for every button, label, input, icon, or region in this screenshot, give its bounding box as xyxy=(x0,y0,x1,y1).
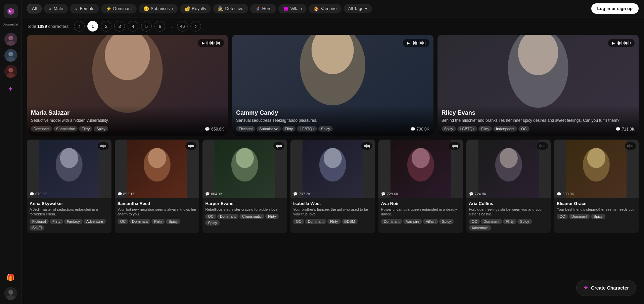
tag-pill: Dominant xyxy=(481,219,502,224)
small-card-samantha-tags: OC Dominant Flirty Spicy xyxy=(118,219,197,224)
featured-card-2-audio-button[interactable]: ▶ xyxy=(403,39,429,47)
featured-card-2-overlay: Cammy Candy Sensual seductress seeking t… xyxy=(232,105,433,136)
featured-card-3-overlay: Riley Evans Behind the mischief and pran… xyxy=(438,105,639,136)
small-card-aria-desc: Forbidden feelings stir between you and … xyxy=(469,207,548,217)
small-card-anna[interactable]: 💬 679.3K Anna Skywalker A Jedi master of… xyxy=(27,140,111,233)
featured-card-1-tags: Dominant Submissive Flirty Spicy xyxy=(31,126,224,132)
featured-card-3-tags: Spicy LGBTQ+ Flirty Indenpdent OC xyxy=(442,126,635,132)
small-card-ava-tags: Dominant Vampire Villain Spicy xyxy=(381,219,460,224)
login-button[interactable]: Log in or sign up xyxy=(591,3,639,14)
tag-pill: OC xyxy=(469,219,480,224)
tag-hero[interactable]: 🦸Hero xyxy=(250,4,276,13)
audio-waveform-1 xyxy=(206,41,220,45)
tag-dominant[interactable]: ⚡Dominant xyxy=(101,4,137,13)
tag-male[interactable]: ♂Male xyxy=(44,4,68,13)
small-card-ava-audio[interactable] xyxy=(449,142,460,150)
user-avatar-btn[interactable] xyxy=(4,287,17,300)
small-card-anna-tags: Fictional Flirty Fantasy Adventure Sci-F… xyxy=(30,219,109,231)
featured-card-riley[interactable]: ▶ Riley Evans Behind the mischief and pr… xyxy=(438,35,639,136)
tag-villain[interactable]: 😈Villain xyxy=(278,4,307,13)
small-card-isabella-audio[interactable] xyxy=(361,142,372,150)
featured-card-maria[interactable]: ▶ Maria Salazar Seductive model with a h… xyxy=(27,35,228,136)
small-card-samantha[interactable]: 💬 852.1K Samantha Reed Your hot new neig… xyxy=(115,140,199,233)
page-4-button[interactable]: 4 xyxy=(128,21,138,32)
vampire-icon: 🧛 xyxy=(313,6,319,11)
audio-waveform xyxy=(364,144,370,148)
tag-pill: Submissive xyxy=(53,126,78,132)
audio-waveform-2 xyxy=(412,41,425,45)
small-card-aria-body: Aria Collins Forbidden feelings stir bet… xyxy=(466,198,551,233)
tag-pill: Dominant xyxy=(569,214,590,219)
app-logo[interactable]: A xyxy=(4,4,18,18)
page-1-button[interactable]: 1 xyxy=(87,21,98,32)
prev-page-button[interactable]: ‹ xyxy=(74,21,85,32)
small-card-anna-audio[interactable] xyxy=(98,142,109,150)
next-page-button[interactable]: › xyxy=(190,21,201,32)
small-card-aria-audio[interactable] xyxy=(537,142,548,150)
small-card-ava-desc: Powerful vampire queen entangled in a de… xyxy=(381,207,460,217)
tag-vampire[interactable]: 🧛Vampire xyxy=(309,4,341,13)
audio-waveform xyxy=(276,144,282,148)
tag-pill: Flirty xyxy=(327,219,341,224)
tag-pill: Dominant xyxy=(381,219,402,224)
total-count: 1089 xyxy=(37,24,47,29)
tag-pill: OC xyxy=(557,214,568,219)
small-card-harper-audio[interactable] xyxy=(273,142,284,150)
tag-submissive[interactable]: 😊Submissive xyxy=(139,4,178,13)
avatar-3[interactable] xyxy=(4,65,17,78)
page-46-button[interactable]: 46 xyxy=(177,21,188,32)
small-card-harper[interactable]: 💬 804.1K Harper Evans Rebellious step si… xyxy=(202,140,287,233)
tag-pill: OC xyxy=(518,126,530,132)
featured-card-cammy[interactable]: ▶ Cammy Candy Sensual seductress seeking… xyxy=(232,35,433,136)
tag-detective[interactable]: 🕵️Detective xyxy=(213,4,248,13)
small-card-eleanor-desc: Your best friend's stepmother seems need… xyxy=(557,207,636,212)
avatar-1[interactable] xyxy=(4,33,17,46)
gift-icon-btn[interactable]: 🎁 xyxy=(4,271,17,284)
small-card-eleanor[interactable]: 💬 609.0K Eleanor Grace Your best friend'… xyxy=(554,140,639,233)
page-2-button[interactable]: 2 xyxy=(101,21,111,32)
svg-point-36 xyxy=(412,148,430,168)
small-card-eleanor-count: 💬 609.0K xyxy=(557,192,574,196)
small-card-samantha-audio[interactable] xyxy=(185,142,196,150)
tag-pill: Spicy xyxy=(517,219,532,224)
tag-pill: LGBTQ+ xyxy=(457,126,477,132)
small-card-aria-tags: OC Dominant Flirty Spicy Adventure xyxy=(469,219,548,231)
main-content: All ♂Male ♀Female ⚡Dominant 😊Submissive … xyxy=(21,0,644,304)
royalty-icon: 👑 xyxy=(184,6,190,11)
tag-pill: Villain xyxy=(423,219,438,224)
tag-royalty[interactable]: 👑Royalty xyxy=(180,4,211,13)
small-card-ava-body: Ava Noir Powerful vampire queen entangle… xyxy=(378,198,463,227)
tag-pill: Spicy xyxy=(166,219,180,224)
tag-pill: Fictional xyxy=(30,219,49,224)
sparkle-icon-btn[interactable]: ✦ xyxy=(4,83,17,95)
small-card-aria[interactable]: 💬 724.8K Aria Collins Forbidden feelings… xyxy=(466,140,551,233)
tag-pill: Spicy xyxy=(318,126,333,132)
audio-waveform xyxy=(540,144,545,148)
tag-pill: BDSM xyxy=(342,219,358,224)
tag-all-tags[interactable]: All Tags ▾ xyxy=(343,4,372,13)
featured-card-2-count: 💬 700.0K xyxy=(410,127,429,132)
featured-card-1-desc: Seductive model with a hidden vulnerabil… xyxy=(31,118,224,123)
svg-text:A: A xyxy=(8,9,11,13)
tag-pill: Adventure xyxy=(84,219,106,224)
tag-pill: Charismatic xyxy=(239,214,264,219)
small-card-isabella[interactable]: 💬 737.2K Isabella West Your brother's fi… xyxy=(290,140,375,233)
svg-point-8 xyxy=(8,68,13,72)
tag-pill: OC xyxy=(205,214,216,219)
small-card-ava[interactable]: 💬 729.6K Ava Noir Powerful vampire queen… xyxy=(378,140,463,233)
page-5-button[interactable]: 5 xyxy=(141,21,152,32)
tag-pill: Vampire xyxy=(403,219,422,224)
tag-pill: Spicy xyxy=(205,220,220,225)
tag-all[interactable]: All xyxy=(27,4,42,13)
create-character-button[interactable]: ✦ Create Character xyxy=(576,280,636,296)
avatar-2[interactable] xyxy=(4,49,17,62)
submissive-icon: 😊 xyxy=(143,6,149,11)
tag-pill: Adventure xyxy=(469,225,491,231)
small-card-eleanor-audio[interactable] xyxy=(625,142,636,150)
tag-pill: Flirty xyxy=(478,126,492,132)
page-3-button[interactable]: 3 xyxy=(114,21,125,32)
featured-card-1-audio-button[interactable]: ▶ xyxy=(198,39,224,47)
page-6-button[interactable]: 6 xyxy=(154,21,165,32)
featured-card-3-audio-button[interactable]: ▶ xyxy=(608,39,635,47)
tag-female[interactable]: ♀Female xyxy=(70,4,99,13)
